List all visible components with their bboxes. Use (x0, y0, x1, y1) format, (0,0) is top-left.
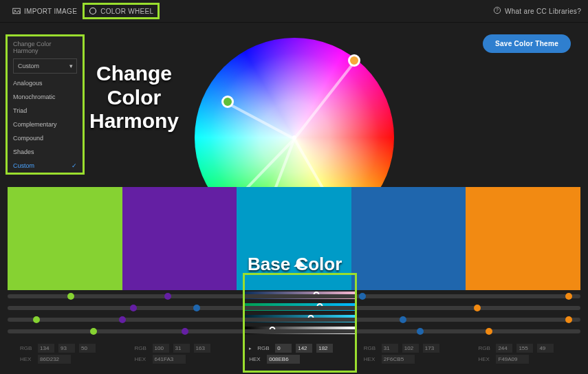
rgb-label: RGB (135, 345, 149, 351)
tab-color-wheel[interactable]: COLOR WHEEL (83, 3, 160, 19)
value-cell: RGBHEX (122, 340, 237, 368)
value-cell: ▸RGBHEX (237, 340, 351, 368)
harmony-option-analogous[interactable]: Analogous (8, 76, 83, 90)
harmony-panel: Change Color Harmony Custom AnalogousMon… (6, 34, 85, 175)
rgb-input[interactable] (194, 344, 210, 353)
swatch[interactable] (122, 187, 237, 290)
color-wheel-icon (89, 7, 97, 15)
caret-icon: ▸ (249, 346, 252, 351)
slider-handle[interactable] (193, 305, 200, 311)
hex-label: HEX (249, 356, 263, 362)
swatch[interactable] (8, 187, 122, 290)
slider-track[interactable] (8, 294, 580, 298)
harmony-option-monochromatic[interactable]: Monochromatic (8, 90, 83, 104)
hex-input[interactable] (382, 355, 415, 364)
image-icon (12, 7, 21, 15)
wheel-spoke (293, 61, 356, 140)
rgb-input[interactable] (153, 344, 169, 353)
swatch[interactable] (351, 187, 466, 290)
slider-handle[interactable] (130, 305, 137, 311)
rgb-input[interactable] (173, 344, 190, 353)
slider-track[interactable] (8, 306, 580, 310)
slider-handle[interactable] (400, 316, 406, 323)
slider-area (8, 294, 580, 341)
annotation-change-harmony: Change Color Harmony (89, 62, 179, 133)
slider-handle[interactable] (67, 293, 74, 300)
harmony-select[interactable]: Custom (13, 58, 77, 74)
slider-track[interactable] (8, 318, 580, 322)
rgb-input[interactable] (38, 344, 54, 353)
wheel-spoke (227, 102, 295, 140)
rgb-input[interactable] (58, 344, 75, 353)
rgb-input[interactable] (496, 344, 512, 353)
rgb-input[interactable] (516, 344, 533, 353)
tab-import-label: IMPORT IMAGE (24, 8, 77, 15)
slider-handle[interactable] (164, 293, 171, 300)
slider-handle[interactable] (565, 293, 572, 300)
harmony-title: Change Color Harmony (8, 41, 83, 58)
harmony-option-triad[interactable]: Triad (8, 104, 83, 118)
annotation-base-color: Base Color (248, 254, 342, 275)
slider-handle[interactable] (33, 316, 40, 323)
slider-handle[interactable] (417, 328, 424, 335)
slider-track[interactable] (8, 329, 580, 333)
hex-input[interactable] (153, 355, 186, 364)
value-cell: RGBHEX (8, 340, 122, 368)
value-cell: RGBHEX (466, 340, 580, 368)
help-icon: ? (493, 6, 501, 16)
hex-label: HEX (135, 356, 149, 362)
value-row: RGBHEXRGBHEX▸RGBHEXRGBHEXRGBHEX (8, 340, 580, 368)
rgb-label: RGB (20, 345, 34, 351)
rgb-input[interactable] (275, 344, 292, 353)
value-cell: RGBHEX (351, 340, 466, 368)
svg-point-2 (90, 8, 96, 14)
wheel-handle[interactable] (348, 54, 360, 67)
hex-label: HEX (20, 356, 34, 362)
rgb-input[interactable] (79, 344, 96, 353)
tab-import-image[interactable]: IMPORT IMAGE (7, 3, 83, 19)
hex-label: HEX (478, 356, 492, 362)
svg-text:?: ? (496, 8, 499, 12)
save-color-theme-button[interactable]: Save Color Theme (483, 34, 571, 53)
rgb-label: RGB (364, 345, 378, 351)
wheel-handle[interactable] (221, 96, 234, 108)
slider-handle[interactable] (474, 305, 481, 311)
hex-input[interactable] (38, 355, 71, 364)
hex-input[interactable] (496, 355, 529, 364)
rgb-input[interactable] (537, 344, 554, 353)
slider-handle[interactable] (359, 293, 366, 300)
rgb-input[interactable] (402, 344, 419, 353)
rgb-input[interactable] (316, 344, 333, 353)
tab-wheel-label: COLOR WHEEL (100, 8, 153, 15)
slider-handle[interactable] (90, 328, 97, 335)
rgb-label: RGB (478, 345, 492, 351)
slider-handle[interactable] (565, 316, 572, 323)
rgb-input[interactable] (423, 344, 439, 353)
help-link[interactable]: ? What are CC Libraries? (493, 6, 581, 16)
harmony-option-complementary[interactable]: Complementary (8, 118, 83, 131)
slider-handle[interactable] (486, 328, 492, 335)
slider-handle[interactable] (182, 328, 188, 335)
hex-input[interactable] (267, 355, 300, 364)
swatch[interactable] (466, 187, 580, 290)
help-label: What are CC Libraries? (505, 8, 581, 15)
harmony-option-shades[interactable]: Shades (8, 145, 83, 159)
rgb-input[interactable] (382, 344, 398, 353)
slider-handle[interactable] (119, 316, 126, 323)
harmony-option-compound[interactable]: Compound (8, 131, 83, 145)
hex-label: HEX (364, 356, 378, 362)
rgb-label: RGB (257, 345, 271, 351)
harmony-option-custom[interactable]: Custom✓ (8, 159, 83, 173)
rgb-input[interactable] (296, 344, 312, 353)
